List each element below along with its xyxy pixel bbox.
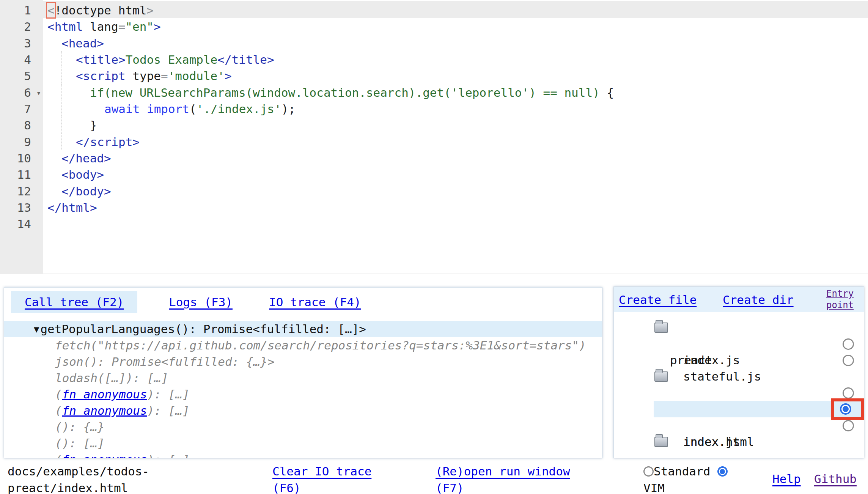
- line-number: 5: [0, 68, 43, 84]
- code-line: if(new URLSearchParams(window.location.s…: [47, 84, 614, 101]
- line-number: 3: [0, 35, 43, 52]
- fn-anonymous-link[interactable]: fn anonymous: [62, 453, 147, 458]
- create-dir-button[interactable]: Create dir: [723, 292, 794, 307]
- standard-mode-radio[interactable]: [643, 466, 654, 477]
- code-token: Todos Example: [126, 53, 218, 66]
- fn-anonymous-link[interactable]: fn anonymous: [62, 404, 147, 417]
- code-token: </body>: [61, 184, 111, 198]
- code-token: !doctype html: [55, 3, 147, 17]
- code-token: <title>: [76, 53, 126, 66]
- tab-call-tree[interactable]: Call tree (F2): [11, 291, 137, 313]
- entry-point-radio-checked[interactable]: [840, 403, 851, 415]
- code-token: </head>: [61, 151, 111, 165]
- calltree-call-label: getPopularLanguages(): Promise<fulfilled…: [40, 322, 366, 336]
- vim-mode-label: VIM: [643, 481, 665, 494]
- tab-logs[interactable]: Logs (F3): [155, 291, 246, 313]
- line-number: 2: [0, 18, 43, 35]
- reopen-run-window-button[interactable]: (Re)open run window (F7): [436, 464, 570, 494]
- fn-anonymous-link[interactable]: fn anonymous: [62, 387, 147, 401]
- tree-file-row[interactable]: stateful.js: [614, 352, 864, 368]
- tree-dir-todos-redux[interactable]: todos-redux: [614, 434, 864, 450]
- status-bar: docs/examples/todos-preact/index.html Cl…: [0, 460, 868, 494]
- calltree-row-clipped[interactable]: (fn anonymous): […]: [55, 452, 190, 458]
- code-line: }: [47, 117, 97, 134]
- text-cursor: <: [47, 3, 55, 17]
- code-line: <head>: [47, 35, 104, 52]
- code-token: {: [600, 86, 614, 99]
- expand-arrow-icon[interactable]: ▼: [34, 324, 39, 335]
- tree-dir-preact[interactable]: preact: [614, 319, 864, 336]
- code-token: </title>: [217, 53, 274, 66]
- entry-point-radio[interactable]: [843, 387, 854, 399]
- tree-file-row[interactable]: index.js: [614, 336, 864, 352]
- fold-arrow-icon[interactable]: ▾: [36, 85, 41, 101]
- files-panel: Create file Create dir Entry point preac…: [613, 286, 864, 458]
- calltree-paren: (: [55, 387, 62, 401]
- calltree-row-selected[interactable]: ▼getPopularLanguages(): Promise<fulfille…: [4, 321, 602, 337]
- folder-icon: [654, 323, 668, 333]
- code-token: type: [132, 69, 161, 83]
- line-number: 1: [0, 2, 43, 19]
- tree-file-row[interactable]: index.js: [614, 417, 864, 434]
- entry-point-radio[interactable]: [843, 420, 854, 431]
- github-link[interactable]: Github: [814, 472, 857, 486]
- line-number: 11: [0, 166, 43, 183]
- tree-file-row[interactable]: app.js: [614, 385, 864, 401]
- line-number: 4: [0, 51, 43, 68]
- calltree-paren: (: [55, 404, 62, 417]
- calltree-row[interactable]: json(): Promise<fulfilled: {…}>: [55, 354, 275, 370]
- line-number: 7: [0, 101, 43, 117]
- create-file-button[interactable]: Create file: [619, 292, 697, 307]
- clear-io-trace-button[interactable]: Clear IO trace (F6): [272, 464, 371, 494]
- calltree-paren: (: [55, 453, 62, 458]
- code-line: await import('./index.js');: [47, 101, 296, 117]
- code-token: <head>: [61, 36, 104, 50]
- line-number: 14: [0, 216, 43, 232]
- code-token: if(new URLSearchParams(window.location.s…: [90, 86, 600, 99]
- code-line: </head>: [47, 150, 111, 167]
- line-number: 10: [0, 150, 43, 167]
- code-token: './index.js': [197, 102, 281, 116]
- code-token: "en": [125, 20, 154, 33]
- calltree-result: ): […]: [147, 404, 190, 417]
- code-token: <html: [47, 20, 90, 33]
- code-token: }: [90, 118, 97, 132]
- entry-point-flash-box: [831, 398, 864, 420]
- code-token: </html>: [47, 201, 97, 214]
- line-number: 9: [0, 134, 43, 150]
- code-editor[interactable]: 1 2 3 4 5 6▾ 7 8 9 10 11 12 13 14 <!doct…: [0, 0, 868, 274]
- entry-point-link[interactable]: Entry point: [826, 288, 863, 311]
- help-link[interactable]: Help: [772, 472, 801, 486]
- current-file-path: docs/examples/todos-preact/index.html: [8, 463, 167, 494]
- tab-io-trace[interactable]: IO trace (F4): [255, 291, 375, 313]
- code-line: <title>Todos Example</title>: [47, 51, 274, 68]
- folder-icon: [654, 437, 668, 447]
- calltree-row[interactable]: (): […]: [55, 435, 105, 452]
- tree-file-row-selected[interactable]: index.html: [614, 401, 864, 417]
- calltree-panel: Call tree (F2) Logs (F3) IO trace (F4) ▼…: [4, 287, 602, 458]
- line-number: 13: [0, 199, 43, 216]
- calltree-row[interactable]: (): {…}: [55, 419, 105, 435]
- code-line: <body>: [47, 166, 104, 183]
- debug-tabs: Call tree (F2) Logs (F3) IO trace (F4): [4, 291, 602, 313]
- line-number: 8: [0, 117, 43, 134]
- calltree-row[interactable]: (fn anonymous): […]: [55, 403, 190, 419]
- calltree-row[interactable]: (fn anonymous): […]: [55, 386, 190, 403]
- vim-mode-radio[interactable]: [717, 466, 728, 477]
- calltree-row[interactable]: fetch("https://api.github.com/search/rep…: [55, 337, 586, 354]
- entry-point-radio[interactable]: [843, 338, 854, 350]
- code-token: 'module': [168, 69, 225, 83]
- code-line: <!doctype html>: [47, 2, 154, 19]
- tree-dir-todos-preact[interactable]: todos-preact: [614, 368, 864, 385]
- calltree-row[interactable]: lodash([…]): […]: [55, 370, 168, 386]
- column-ruler: [631, 0, 631, 274]
- entry-point-radio[interactable]: [843, 355, 854, 366]
- line-number: 6▾: [0, 84, 43, 101]
- code-line: </html>: [47, 199, 97, 216]
- code-token: import: [147, 102, 189, 116]
- code-line: <script type='module'>: [47, 68, 232, 84]
- code-token: await: [104, 102, 140, 116]
- line-number: 12: [0, 183, 43, 200]
- tree-file-row[interactable]: LICENSE.md: [614, 450, 864, 458]
- folder-icon: [654, 371, 668, 382]
